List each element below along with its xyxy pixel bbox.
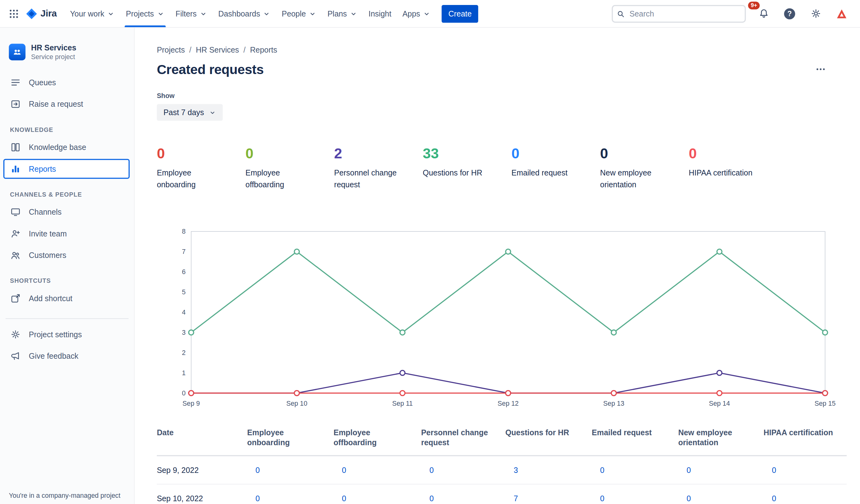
nav-item-your-work[interactable]: Your work: [64, 0, 120, 27]
cell-date: Sep 9, 2022: [157, 456, 247, 484]
chevron-down-icon: [423, 10, 431, 17]
breadcrumb-link-projects[interactable]: Projects: [157, 45, 185, 54]
cell-date: Sep 10, 2022: [157, 485, 247, 504]
jira-logo[interactable]: Jira: [26, 8, 57, 19]
sidebar-item-label: Add shortcut: [29, 294, 73, 303]
cell-value-link[interactable]: 7: [514, 494, 518, 503]
svg-text:0: 0: [182, 389, 186, 397]
sidebar-item-add-shortcut[interactable]: Add shortcut: [3, 288, 130, 308]
help-button[interactable]: ?: [781, 5, 798, 22]
column-header-personnel-change-request: Personnel change request: [421, 424, 505, 455]
cell-value: 0: [678, 456, 763, 484]
more-options-button[interactable]: [811, 62, 830, 76]
sidebar-footer-nav: Project settingsGive feedback: [0, 325, 134, 366]
nav-item-apps[interactable]: Apps: [397, 0, 436, 27]
nav-item-label: Projects: [126, 9, 154, 18]
breadcrumb-link-hr-services[interactable]: HR Services: [196, 45, 239, 54]
chevron-down-icon: [107, 10, 115, 17]
jira-app: Jira Your workProjectsFiltersDashboardsP…: [0, 0, 860, 504]
stat-employee-onboarding: 0Employee onboarding: [157, 146, 246, 190]
project-type: Service project: [31, 53, 76, 61]
stats-row: 0Employee onboarding0Employee offboardin…: [157, 146, 847, 190]
project-sidebar: HR Services Service project QueuesRaise …: [0, 28, 134, 504]
sidebar-item-give-feedback[interactable]: Give feedback: [3, 346, 130, 366]
nav-item-label: Dashboards: [218, 9, 260, 18]
chevron-down-icon: [157, 10, 164, 17]
search-icon: [616, 9, 625, 18]
nav-item-plans[interactable]: Plans: [322, 0, 363, 27]
breadcrumb-separator: /: [189, 45, 191, 54]
date-range-value: Past 7 days: [163, 108, 204, 117]
stat-emailed-request: 0Emailed request: [512, 146, 600, 190]
cell-value-link[interactable]: 0: [342, 494, 346, 503]
nav-item-people[interactable]: People: [276, 0, 322, 27]
cell-value-link[interactable]: 0: [255, 494, 260, 503]
stat-label: Questions for HR: [423, 167, 488, 179]
cell-value-link[interactable]: 0: [600, 466, 604, 474]
svg-text:1: 1: [182, 369, 186, 377]
project-header: HR Services Service project: [0, 28, 134, 64]
sidebar-item-raise-a-request[interactable]: Raise a request: [3, 94, 130, 114]
cell-value-link[interactable]: 0: [255, 466, 260, 474]
sidebar-item-label: Customers: [29, 251, 66, 260]
cell-value-link[interactable]: 0: [600, 494, 604, 503]
sidebar-item-label: Give feedback: [29, 352, 78, 360]
svg-text:Sep 12: Sep 12: [498, 400, 519, 407]
sidebar-item-project-settings[interactable]: Project settings: [3, 325, 130, 344]
cell-value: 0: [592, 485, 678, 504]
cell-value: 0: [247, 485, 334, 504]
queues-icon: [10, 77, 21, 88]
search-input[interactable]: [612, 5, 746, 23]
cell-value-link[interactable]: 3: [514, 466, 518, 474]
cell-value-link[interactable]: 0: [342, 466, 346, 474]
sidebar-item-queues[interactable]: Queues: [3, 73, 130, 92]
chevron-down-icon: [263, 10, 271, 17]
stat-hipaa-certification: 0HIPAA certification: [689, 146, 777, 190]
cell-value-link[interactable]: 0: [687, 494, 691, 503]
breadcrumb-link-reports[interactable]: Reports: [250, 45, 277, 54]
stat-value: 0: [157, 146, 246, 161]
date-range-dropdown[interactable]: Past 7 days: [157, 104, 223, 121]
sidebar-item-knowledge-base[interactable]: Knowledge base: [3, 137, 130, 157]
cell-value: 0: [763, 485, 847, 504]
sidebar-item-label: Queues: [29, 78, 56, 87]
sidebar-item-label: Invite team: [29, 229, 67, 238]
stat-label: HIPAA certification: [689, 167, 754, 179]
notifications-button[interactable]: 9+: [755, 5, 772, 22]
sidebar-item-invite-team[interactable]: Invite team: [3, 224, 130, 243]
create-button[interactable]: Create: [442, 5, 478, 23]
app-switcher-button[interactable]: [5, 5, 22, 22]
sidebar-item-customers[interactable]: Customers: [3, 245, 130, 265]
nav-item-projects[interactable]: Projects: [120, 0, 170, 27]
svg-text:2: 2: [182, 349, 186, 357]
main-content: Projects/HR Services/Reports Created req…: [134, 28, 860, 504]
cell-value-link[interactable]: 0: [429, 466, 434, 474]
svg-text:8: 8: [182, 228, 186, 235]
stat-value: 0: [245, 146, 334, 161]
atlassian-button[interactable]: [833, 5, 850, 22]
managed-project-note: You're in a company-managed project: [9, 492, 120, 499]
nav-item-filters[interactable]: Filters: [170, 0, 213, 27]
cell-value-link[interactable]: 0: [772, 494, 776, 503]
nav-item-insight[interactable]: Insight: [363, 0, 397, 27]
requests-table: DateEmployee onboardingEmployee offboard…: [157, 424, 847, 504]
column-header-hipaa-certification: HIPAA certification: [763, 424, 847, 455]
chevron-down-icon: [199, 10, 207, 17]
sidebar-item-reports[interactable]: Reports: [3, 159, 130, 179]
table-header-row: DateEmployee onboardingEmployee offboard…: [157, 424, 847, 456]
cell-value-link[interactable]: 0: [429, 494, 434, 503]
primary-nav: Your workProjectsFiltersDashboardsPeople…: [64, 0, 436, 27]
settings-button[interactable]: [807, 5, 824, 22]
nav-item-dashboards[interactable]: Dashboards: [213, 0, 276, 27]
viewport: Jira Your workProjectsFiltersDashboardsP…: [0, 0, 860, 504]
svg-text:Sep 15: Sep 15: [815, 400, 836, 407]
cell-value-link[interactable]: 0: [687, 466, 691, 474]
sidebar-item-channels[interactable]: Channels: [3, 202, 130, 222]
bell-icon: [758, 8, 769, 19]
search-box: [612, 5, 746, 23]
requests-chart: 012345678Sep 9Sep 10Sep 11Sep 12Sep 13Se…: [157, 225, 847, 410]
cell-value-link[interactable]: 0: [772, 466, 776, 474]
stat-value: 0: [689, 146, 777, 161]
sidebar-item-label: Project settings: [29, 330, 82, 339]
stat-value: 0: [512, 146, 600, 161]
